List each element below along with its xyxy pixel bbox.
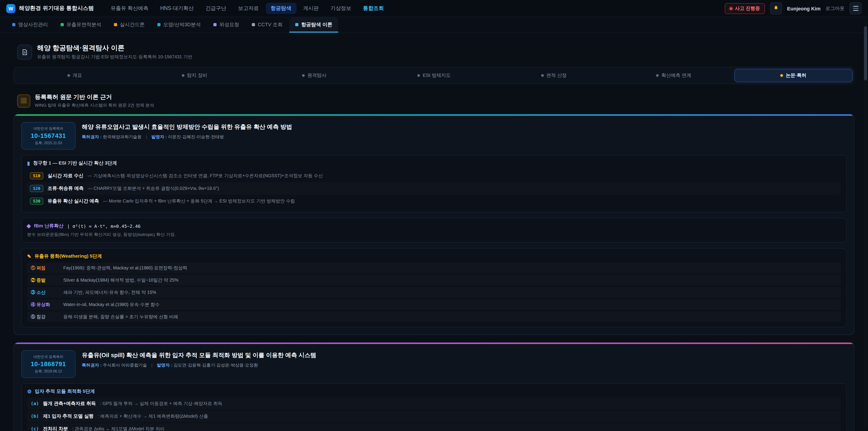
weathering-stage-label: ④ 유상화: [31, 302, 59, 308]
page-subtitle: 유출유 원격탐지·항공감시 기법·ESI 방제정보지도·등록특허 10-1567…: [37, 54, 192, 60]
scrollbar-thumb[interactable]: [864, 26, 867, 81]
subtab-area-analysis[interactable]: 유출유면적분석: [55, 17, 107, 33]
step-badge: S10: [30, 172, 43, 180]
patent-number-badge: 대한민국 등록특허 10-1868791 등록: 2018.06.12: [21, 350, 75, 378]
main-menu: 유출유 확산예측 HNS·대기확산 긴급구난 보고자료 항공탐색 게시판 기상정…: [105, 3, 389, 14]
patent-number: 10-1868791: [26, 361, 70, 368]
section-header: ▤ 등록특허 원문 기반 이론 근거 WING 탑재 유출유 확산예측 시스템의…: [17, 93, 851, 109]
weathering-stage-label: ② 증발: [31, 277, 59, 283]
subtab-label: 유출유면적분석: [66, 21, 101, 28]
weathering-title: 유출유 풍화(Weathering) 5단계: [34, 253, 102, 259]
subtab-label: 오염/선박3D분석: [163, 21, 201, 28]
remote-sensing-icon: [302, 74, 305, 77]
tab-prediction-link[interactable]: 확산예측 연계: [614, 69, 733, 82]
tab-papers-patents[interactable]: 논문·특허: [734, 69, 852, 82]
step-badge: (c): [31, 426, 39, 431]
overview-icon: [67, 74, 70, 77]
patent-header: 대한민국 등록특허 10-1567431 등록: 2015.11.03 해양 유…: [21, 122, 847, 150]
step-desc: : 관측경로 Δobs ↔ 제1모델 ΔModel 차분 처리: [72, 426, 164, 431]
step-desc: : 예측자료 + 확산계수 → 제1 예측변화량(ΔModel) 산출: [98, 413, 208, 420]
weathering-row: ② 증발Stiver & Mackay(1984) 해석적 방법, 수일~10일…: [27, 275, 841, 286]
subtab-cctv-view[interactable]: CCTV 조회: [246, 17, 288, 33]
patent-title: 유출유(Oil spill) 확산 예측을 위한 입자 추적 모듈 최적화 방법…: [82, 350, 316, 359]
pencil-icon: ✎: [27, 254, 31, 259]
owner-value: 한국해양과학기술원: [103, 134, 142, 139]
weathering-stage-desc: 쇄파 기반, 파도에너지·유속 함수, 전체 약 15%: [63, 289, 156, 296]
subtab-ship-3d-analysis[interactable]: 오염/선박3D분석: [151, 17, 207, 33]
section-title: 등록특허 원문 기반 이론 근거: [35, 93, 154, 101]
nav-item-spill-prediction[interactable]: 유출유 확산예측: [105, 3, 153, 14]
claim-step-row: S10 실시간 자료 수신 — 기상예측시스템·위성영상수신시스템·검조소 인터…: [27, 170, 841, 182]
step-badge: (a): [31, 401, 39, 406]
step-desc: : GPS 뜰개 투하 → 실제 이동경로 + 예측 기상·해양자료 취득: [100, 400, 222, 407]
tab-remote-sensing[interactable]: 원격탐사: [255, 69, 373, 82]
topnav-right: 사고 진행중 Eunjeong Kim 로그아웃: [724, 2, 862, 14]
patent-header: 대한민국 등록특허 10-1868791 등록: 2018.06.12 유출유(…: [21, 350, 847, 378]
status-dot-icon: [730, 7, 732, 10]
weathering-panel: ✎유출유 풍화(Weathering) 5단계 ① 퍼짐Fay(1969): 중…: [21, 248, 847, 327]
tab-detection-equipment[interactable]: 탐지 장비: [135, 69, 254, 82]
inventors-label: 발명자 :: [151, 134, 167, 139]
nav-item-hns-diffusion[interactable]: HNS·대기확산: [155, 3, 199, 14]
main-content: 해양 항공탐색·원격탐사 이론 유출유 원격탐지·항공감시 기법·ESI 방제정…: [0, 33, 868, 431]
subtab-satellite-request[interactable]: 위성요청: [208, 17, 245, 33]
claim-step-row: S30 유출유 확산 실시간 예측 — Monte Carlo 입자추적 + f…: [27, 195, 841, 208]
diamond-icon: [26, 224, 31, 228]
tab-area-calculation[interactable]: 면적 산정: [495, 69, 613, 82]
nav-item-emergency-rescue[interactable]: 긴급구난: [200, 3, 231, 14]
weathering-stage-label: ③ 소산: [31, 289, 59, 296]
nav-item-weather[interactable]: 기상정보: [326, 3, 356, 14]
nav-item-reports[interactable]: 보고자료: [233, 3, 264, 14]
nav-item-aerial-search[interactable]: 항공탐색: [266, 3, 296, 14]
inventors-value: 이문진·김혜진·이승현·전태병: [168, 134, 224, 139]
inventors-value: 김도연·김용혁·김홍기·김성운·박상용·오정환: [174, 362, 258, 367]
vertical-scrollbar[interactable]: [864, 18, 867, 430]
patent-number: 10-1567431: [26, 132, 70, 139]
esi-map-icon: [417, 74, 420, 77]
claim-step-row: S20 조류·취송류 예측 — CHARRY모델 조화분석 + 취송류 결합식(…: [27, 182, 841, 195]
notification-button[interactable]: [770, 2, 782, 14]
drone-icon: [114, 23, 117, 26]
weathering-row: ③ 소산쇄파 기반, 파도에너지·유속 함수, 전체 약 15%: [27, 287, 841, 298]
brand: W 해양환경 위기대응 통합시스템: [6, 4, 94, 13]
patent-meta: 특허권자 : 주식회사 아라종합기술 | 발명자 : 김도연·김용혁·김홍기·김…: [82, 362, 316, 368]
optimization-step-row: (b) 제1 입자 추적 모델 실행 : 예측자료 + 확산계수 → 제1 예측…: [27, 410, 841, 422]
subtab-realtime-drone[interactable]: 실시간드론: [108, 17, 151, 33]
owner-label: 특허권자 :: [82, 134, 102, 139]
logout-button[interactable]: 로그아웃: [826, 5, 844, 11]
subtab-aerial-search-theory[interactable]: 항공탐색 이론: [289, 17, 338, 33]
cctv-icon: [252, 23, 255, 26]
tab-esi-map[interactable]: ESI 방제지도: [375, 69, 493, 82]
subtab-image-management[interactable]: 영상사진관리: [6, 17, 54, 33]
weathering-stage-desc: Water-in-oil, Mackay et al.(1980) 유속·수분 …: [63, 302, 160, 308]
step-label: 조류·취송류 예측: [48, 185, 84, 192]
step-desc: — 기상예측시스템·위성영상수신시스템·검조소 인터넷 연결, FTP로 기상자…: [88, 173, 323, 179]
patent-card-2: 대한민국 등록특허 10-1868791 등록: 2018.06.12 유출유(…: [13, 342, 855, 431]
papers-icon: [780, 74, 783, 77]
tab-overview[interactable]: 개요: [16, 69, 134, 82]
claim-icon: ▮: [27, 161, 30, 166]
claim-panel: ▮청구항 1 — ESI 기반 실시간 확산 3단계 S10 실시간 자료 수신…: [21, 155, 847, 212]
patent-reg-date: 등록: 2018.06.12: [26, 369, 70, 374]
wing-logo-icon: W: [6, 4, 16, 13]
weathering-stage-label: ⑤ 침강: [31, 314, 59, 320]
step-badge: (b): [31, 413, 39, 419]
hamburger-menu-button[interactable]: [849, 2, 862, 14]
tab-label: 원격탐사: [307, 72, 327, 79]
patent-reg-date: 등록: 2015.11.03: [26, 141, 70, 146]
fbm-description: 분수 브라운운동(fBm) 기반 무작위 확산거리 생성, 등방성(isotro…: [27, 232, 841, 238]
fbm-panel: fBm 난류확산 | σ²(t) = A·tᵐ, m=0.45~2.46 분수 …: [21, 218, 847, 243]
app-title: 해양환경 위기대응 통합시스템: [19, 4, 94, 12]
owner-label: 특허권자 :: [82, 362, 102, 367]
nav-item-integrated-search[interactable]: 통합조회: [358, 3, 389, 14]
nav-item-board[interactable]: 게시판: [298, 3, 324, 14]
inventors-label: 발명자 :: [157, 362, 173, 367]
step-desc: — Monte Carlo 입자추적 + fBm 난류확산 + 풍화 5단계 →…: [103, 198, 295, 204]
incident-status-badge[interactable]: 사고 진행중: [724, 3, 765, 14]
step-label: 전처리 차분: [43, 426, 68, 431]
satellite-icon: [213, 23, 217, 26]
patent-country: 대한민국 등록특허: [26, 126, 70, 131]
user-name[interactable]: Eunjeong Kim: [787, 6, 820, 11]
document-icon: [17, 44, 32, 59]
tab-label: ESI 방제지도: [423, 72, 451, 79]
